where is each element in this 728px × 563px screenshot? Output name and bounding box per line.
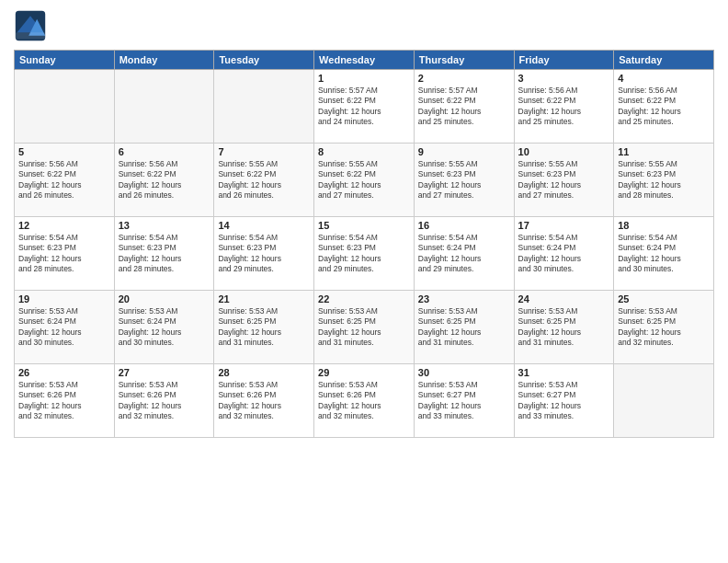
calendar-cell [214, 70, 314, 144]
day-info: Sunrise: 5:53 AMSunset: 6:24 PMDaylight:… [119, 306, 210, 349]
calendar-cell: 9Sunrise: 5:55 AMSunset: 6:23 PMDaylight… [414, 144, 514, 217]
weekday-header-monday: Monday [114, 51, 214, 70]
calendar-cell: 28Sunrise: 5:53 AMSunset: 6:26 PMDayligh… [214, 364, 314, 438]
day-number: 18 [618, 220, 710, 231]
day-number: 9 [418, 146, 510, 157]
calendar-cell: 4Sunrise: 5:56 AMSunset: 6:22 PMDaylight… [614, 70, 714, 144]
day-number: 27 [119, 367, 210, 378]
logo-icon [14, 9, 47, 42]
day-info: Sunrise: 5:53 AMSunset: 6:26 PMDaylight:… [119, 380, 210, 422]
calendar-cell: 11Sunrise: 5:55 AMSunset: 6:23 PMDayligh… [614, 144, 714, 217]
weekday-header-wednesday: Wednesday [314, 51, 415, 70]
calendar-cell: 30Sunrise: 5:53 AMSunset: 6:27 PMDayligh… [414, 364, 514, 438]
day-number: 17 [518, 220, 610, 231]
day-info: Sunrise: 5:55 AMSunset: 6:23 PMDaylight:… [518, 159, 610, 201]
calendar-cell: 19Sunrise: 5:53 AMSunset: 6:24 PMDayligh… [15, 291, 115, 364]
day-number: 30 [418, 367, 510, 378]
calendar-cell [114, 70, 214, 144]
day-info: Sunrise: 5:57 AMSunset: 6:22 PMDaylight:… [318, 86, 410, 128]
calendar-cell: 5Sunrise: 5:56 AMSunset: 6:22 PMDaylight… [15, 144, 115, 217]
day-info: Sunrise: 5:54 AMSunset: 6:23 PMDaylight:… [18, 233, 110, 275]
weekday-header-saturday: Saturday [614, 51, 714, 70]
calendar-week-4: 19Sunrise: 5:53 AMSunset: 6:24 PMDayligh… [15, 291, 714, 364]
day-info: Sunrise: 5:54 AMSunset: 6:24 PMDaylight:… [518, 233, 610, 275]
calendar-cell: 13Sunrise: 5:54 AMSunset: 6:23 PMDayligh… [114, 217, 214, 291]
calendar-cell [614, 364, 714, 438]
calendar-cell: 6Sunrise: 5:56 AMSunset: 6:22 PMDaylight… [114, 144, 214, 217]
day-info: Sunrise: 5:55 AMSunset: 6:22 PMDaylight:… [318, 159, 410, 201]
day-number: 3 [518, 73, 610, 84]
calendar-cell: 29Sunrise: 5:53 AMSunset: 6:26 PMDayligh… [314, 364, 415, 438]
calendar-cell: 31Sunrise: 5:53 AMSunset: 6:27 PMDayligh… [514, 364, 614, 438]
day-number: 4 [618, 73, 710, 84]
day-info: Sunrise: 5:54 AMSunset: 6:23 PMDaylight:… [119, 233, 210, 275]
day-info: Sunrise: 5:53 AMSunset: 6:27 PMDaylight:… [418, 380, 510, 422]
calendar-cell: 15Sunrise: 5:54 AMSunset: 6:23 PMDayligh… [314, 217, 415, 291]
day-number: 19 [18, 293, 110, 304]
calendar-cell: 25Sunrise: 5:53 AMSunset: 6:25 PMDayligh… [614, 291, 714, 364]
calendar-week-2: 5Sunrise: 5:56 AMSunset: 6:22 PMDaylight… [15, 144, 714, 217]
calendar-cell: 3Sunrise: 5:56 AMSunset: 6:22 PMDaylight… [514, 70, 614, 144]
day-number: 2 [418, 73, 510, 84]
calendar-week-1: 1Sunrise: 5:57 AMSunset: 6:22 PMDaylight… [15, 70, 714, 144]
day-info: Sunrise: 5:55 AMSunset: 6:23 PMDaylight:… [618, 159, 710, 201]
day-number: 23 [418, 293, 510, 304]
day-info: Sunrise: 5:55 AMSunset: 6:22 PMDaylight:… [218, 159, 310, 201]
day-info: Sunrise: 5:56 AMSunset: 6:22 PMDaylight:… [119, 159, 210, 201]
calendar-cell: 1Sunrise: 5:57 AMSunset: 6:22 PMDaylight… [314, 70, 415, 144]
logo [14, 9, 51, 42]
calendar-cell: 21Sunrise: 5:53 AMSunset: 6:25 PMDayligh… [214, 291, 314, 364]
day-number: 26 [18, 367, 110, 378]
day-info: Sunrise: 5:57 AMSunset: 6:22 PMDaylight:… [418, 86, 510, 128]
day-number: 1 [318, 73, 410, 84]
day-info: Sunrise: 5:53 AMSunset: 6:26 PMDaylight:… [318, 380, 410, 422]
day-info: Sunrise: 5:53 AMSunset: 6:27 PMDaylight:… [518, 380, 610, 422]
day-number: 29 [318, 367, 410, 378]
day-info: Sunrise: 5:54 AMSunset: 6:24 PMDaylight:… [418, 233, 510, 275]
day-number: 10 [518, 146, 610, 157]
calendar-cell: 18Sunrise: 5:54 AMSunset: 6:24 PMDayligh… [614, 217, 714, 291]
day-number: 20 [119, 293, 210, 304]
day-info: Sunrise: 5:56 AMSunset: 6:22 PMDaylight:… [618, 86, 710, 128]
day-number: 28 [218, 367, 310, 378]
day-number: 7 [218, 146, 310, 157]
day-number: 6 [119, 146, 210, 157]
day-number: 5 [18, 146, 110, 157]
calendar-cell: 23Sunrise: 5:53 AMSunset: 6:25 PMDayligh… [414, 291, 514, 364]
weekday-header-sunday: Sunday [15, 51, 115, 70]
calendar-week-3: 12Sunrise: 5:54 AMSunset: 6:23 PMDayligh… [15, 217, 714, 291]
calendar-cell: 2Sunrise: 5:57 AMSunset: 6:22 PMDaylight… [414, 70, 514, 144]
day-info: Sunrise: 5:53 AMSunset: 6:26 PMDaylight:… [18, 380, 110, 422]
day-info: Sunrise: 5:53 AMSunset: 6:26 PMDaylight:… [218, 380, 310, 422]
day-number: 25 [618, 293, 710, 304]
calendar-cell: 16Sunrise: 5:54 AMSunset: 6:24 PMDayligh… [414, 217, 514, 291]
day-number: 16 [418, 220, 510, 231]
day-info: Sunrise: 5:53 AMSunset: 6:24 PMDaylight:… [18, 306, 110, 349]
weekday-header-friday: Friday [514, 51, 614, 70]
day-number: 22 [318, 293, 410, 304]
weekday-header-thursday: Thursday [414, 51, 514, 70]
weekday-header-tuesday: Tuesday [214, 51, 314, 70]
day-info: Sunrise: 5:55 AMSunset: 6:23 PMDaylight:… [418, 159, 510, 201]
calendar-cell: 7Sunrise: 5:55 AMSunset: 6:22 PMDaylight… [214, 144, 314, 217]
day-number: 12 [18, 220, 110, 231]
day-info: Sunrise: 5:53 AMSunset: 6:25 PMDaylight:… [418, 306, 510, 349]
day-info: Sunrise: 5:53 AMSunset: 6:25 PMDaylight:… [518, 306, 610, 349]
day-info: Sunrise: 5:54 AMSunset: 6:23 PMDaylight:… [318, 233, 410, 275]
day-number: 13 [119, 220, 210, 231]
day-number: 21 [218, 293, 310, 304]
svg-rect-3 [16, 32, 45, 39]
calendar-cell: 10Sunrise: 5:55 AMSunset: 6:23 PMDayligh… [514, 144, 614, 217]
day-number: 24 [518, 293, 610, 304]
calendar-cell: 12Sunrise: 5:54 AMSunset: 6:23 PMDayligh… [15, 217, 115, 291]
day-number: 11 [618, 146, 710, 157]
calendar-cell: 27Sunrise: 5:53 AMSunset: 6:26 PMDayligh… [114, 364, 214, 438]
day-number: 14 [218, 220, 310, 231]
calendar-cell: 24Sunrise: 5:53 AMSunset: 6:25 PMDayligh… [514, 291, 614, 364]
calendar-header-row: SundayMondayTuesdayWednesdayThursdayFrid… [15, 51, 714, 70]
calendar-cell: 20Sunrise: 5:53 AMSunset: 6:24 PMDayligh… [114, 291, 214, 364]
calendar-cell: 17Sunrise: 5:54 AMSunset: 6:24 PMDayligh… [514, 217, 614, 291]
calendar: SundayMondayTuesdayWednesdayThursdayFrid… [14, 50, 714, 438]
day-info: Sunrise: 5:54 AMSunset: 6:23 PMDaylight:… [218, 233, 310, 275]
day-info: Sunrise: 5:56 AMSunset: 6:22 PMDaylight:… [518, 86, 610, 128]
